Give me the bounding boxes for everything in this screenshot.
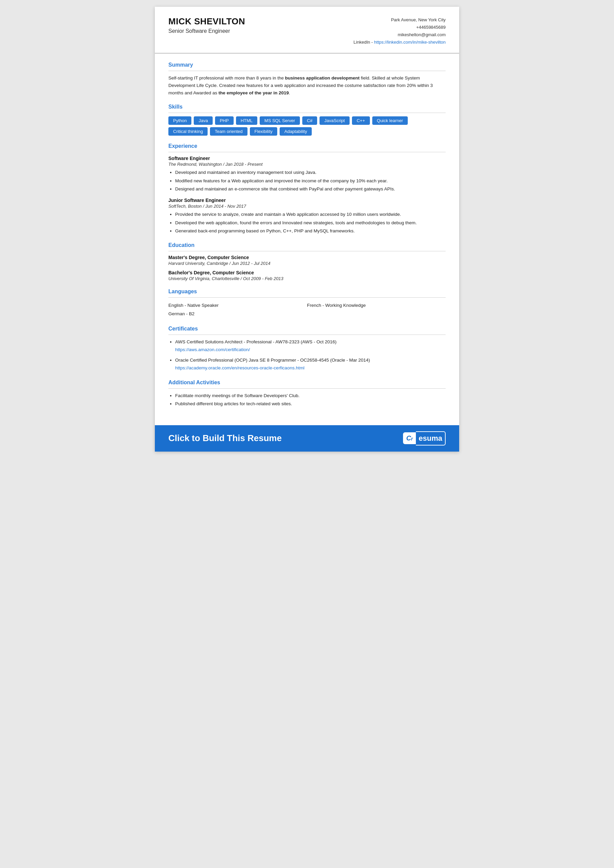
job-entry: Software EngineerThe Redmond, Washington…	[168, 155, 446, 193]
skill-tag: Java	[194, 116, 212, 125]
certificates-section: Certificates AWS Certified Solutions Arc…	[168, 326, 446, 372]
language-item	[307, 309, 446, 318]
school-name: Harvard University, Cambridge / Jun 2012…	[168, 261, 446, 266]
skill-tag: Adaptability	[280, 127, 312, 136]
list-item: Facilitate monthly meetings of the Softw…	[175, 392, 446, 399]
list-item: Designed and maintained an e-commerce si…	[175, 185, 446, 193]
languages-section: Languages English - Native SpeakerFrench…	[168, 289, 446, 318]
languages-title: Languages	[168, 289, 446, 295]
footer-logo: Cr esuma	[403, 431, 446, 446]
job-title: Junior Software Engineer	[168, 197, 446, 203]
phone: +44659845689	[354, 24, 446, 31]
summary-section: Summary Self-starting IT professional wi…	[168, 62, 446, 96]
list-item: AWS Certified Solutions Architect - Prof…	[175, 338, 446, 354]
logo-icon: Cr	[403, 432, 416, 444]
education-entry: Master's Degree, Computer ScienceHarvard…	[168, 255, 446, 266]
summary-bold-2: the employee of the year in 2019	[219, 90, 289, 95]
language-item: French - Working Knowledge	[307, 301, 446, 310]
summary-bold-1: business application development	[285, 75, 360, 81]
education-divider	[168, 251, 446, 252]
logo-text: esuma	[416, 431, 446, 446]
job-entry: Junior Software EngineerSoftTech, Boston…	[168, 197, 446, 235]
degree-title: Master's Degree, Computer Science	[168, 255, 446, 260]
additional-title: Additional Activities	[168, 380, 446, 386]
job-location: The Redmond, Washington / Jan 2018 - Pre…	[168, 162, 446, 167]
job-location: SoftTech, Boston / Jun 2014 - Nov 2017	[168, 203, 446, 209]
summary-divider	[168, 71, 446, 71]
job-bullets: Provided the service to analyze, create …	[168, 211, 446, 235]
summary-title: Summary	[168, 62, 446, 68]
additional-section: Additional Activities Facilitate monthly…	[168, 380, 446, 408]
certificates-title: Certificates	[168, 326, 446, 332]
header-right: Park Avenue, New York City +44659845689 …	[354, 16, 446, 46]
language-item: German - B2	[168, 309, 307, 318]
candidate-name: MICK SHEVILTON	[168, 16, 245, 27]
header-left: MICK SHEVILTON Senior Software Engineer	[168, 16, 245, 34]
education-entry: Bachelor's Degree, Computer ScienceUnive…	[168, 270, 446, 281]
skills-section: Skills PythonJavaPHPHTMLMS SQL ServerC#J…	[168, 104, 446, 136]
list-item: Developed and maintained an inventory ma…	[175, 169, 446, 176]
skill-tag: Quick learner	[372, 116, 408, 125]
summary-text-before: Self-starting IT professional with more …	[168, 75, 285, 81]
list-item: Oracle Certified Professional (OCP) Java…	[175, 357, 446, 372]
skill-tag: Python	[168, 116, 191, 125]
skill-tag: C#	[302, 116, 318, 125]
candidate-title: Senior Software Engineer	[168, 28, 245, 34]
list-item: Published different blog articles for te…	[175, 400, 446, 408]
skill-tag: MS SQL Server	[260, 116, 300, 125]
experience-section: Experience Software EngineerThe Redmond,…	[168, 143, 446, 235]
list-item: Developed the web application, found the…	[175, 219, 446, 227]
linkedin-sep: -	[370, 40, 374, 45]
summary-text: Self-starting IT professional with more …	[168, 75, 446, 96]
skill-tag: Flexibility	[250, 127, 277, 136]
school-name: University Of Virginia, Charlottesville …	[168, 276, 446, 281]
additional-list: Facilitate monthly meetings of the Softw…	[168, 392, 446, 408]
cert-link[interactable]: https://aws.amazon.com/certification/	[175, 347, 250, 352]
email: mikeshelton@gmail.com	[354, 31, 446, 39]
footer-banner[interactable]: Click to Build This Resume Cr esuma	[155, 425, 459, 452]
skills-divider	[168, 113, 446, 113]
degree-title: Bachelor's Degree, Computer Science	[168, 270, 446, 275]
education-section: Education Master's Degree, Computer Scie…	[168, 242, 446, 281]
additional-divider	[168, 388, 446, 389]
skill-tag: C++	[352, 116, 370, 125]
job-bullets: Developed and maintained an inventory ma…	[168, 169, 446, 193]
footer-cta[interactable]: Click to Build This Resume	[168, 433, 282, 444]
list-item: Modified new features for a Web applicat…	[175, 177, 446, 185]
skills-title: Skills	[168, 104, 446, 110]
linkedin-label: LinkedIn	[354, 40, 370, 45]
linkedin-link[interactable]: https://linkedin.com/in/mike-shevilton	[374, 40, 446, 45]
skill-tag: Critical thinking	[168, 127, 208, 136]
skill-tag: PHP	[215, 116, 234, 125]
skill-tag: HTML	[236, 116, 257, 125]
skill-tag: Team oriented	[210, 127, 247, 136]
address: Park Avenue, New York City	[354, 16, 446, 24]
languages-divider	[168, 297, 446, 298]
cert-link[interactable]: https://academy.oracle.com/en/resources-…	[175, 365, 304, 370]
resume-content: Summary Self-starting IT professional wi…	[155, 54, 459, 425]
skill-tag: JavaScript	[319, 116, 350, 125]
summary-text-end: .	[289, 90, 290, 95]
resume-header: MICK SHEVILTON Senior Software Engineer …	[155, 7, 459, 54]
skills-tags: PythonJavaPHPHTMLMS SQL ServerC#JavaScri…	[168, 116, 446, 136]
list-item: Provided the service to analyze, create …	[175, 211, 446, 218]
experience-title: Experience	[168, 143, 446, 149]
linkedin-line: LinkedIn - https://linkedin.com/in/mike-…	[354, 39, 446, 46]
language-item: English - Native Speaker	[168, 301, 307, 310]
resume-document: MICK SHEVILTON Senior Software Engineer …	[155, 7, 459, 452]
certificates-list: AWS Certified Solutions Architect - Prof…	[168, 338, 446, 372]
job-title: Software Engineer	[168, 155, 446, 161]
list-item: Generated back-end programming based on …	[175, 227, 446, 235]
education-title: Education	[168, 242, 446, 248]
languages-grid: English - Native SpeakerFrench - Working…	[168, 301, 446, 318]
